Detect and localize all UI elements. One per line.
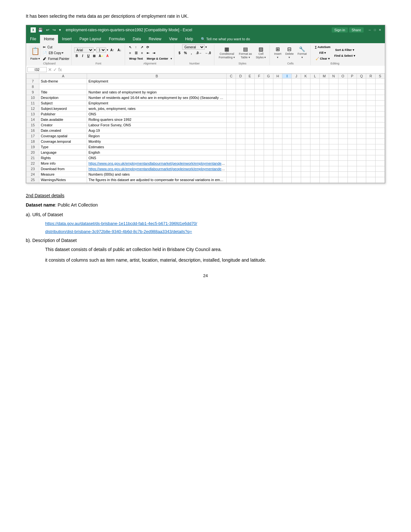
cell-24-A[interactable]: Measure	[39, 172, 87, 177]
cell-16-E[interactable]	[245, 128, 255, 133]
cell-23-P[interactable]	[347, 166, 357, 172]
minimize-button[interactable]: ─	[367, 28, 372, 32]
cell-22-E[interactable]	[245, 161, 255, 166]
cell-18-F[interactable]	[254, 139, 264, 144]
cell-8-E[interactable]	[245, 84, 255, 90]
cell-20-O[interactable]	[338, 150, 347, 155]
italic-button[interactable]: I	[80, 53, 85, 58]
cell-11-H[interactable]	[273, 101, 282, 106]
cell-16-G[interactable]	[264, 128, 273, 133]
cell-12-O[interactable]	[338, 106, 347, 111]
increase-decimal-button[interactable]: .0→	[195, 50, 203, 55]
cell-26-K[interactable]	[301, 183, 310, 183]
cell-12-I[interactable]	[282, 106, 292, 111]
cell-20-R[interactable]	[366, 150, 376, 155]
col-header-r[interactable]: R	[366, 74, 376, 79]
cell-15-E[interactable]	[245, 122, 255, 128]
cell-22-H[interactable]	[273, 161, 282, 166]
cell-19-E[interactable]	[245, 144, 255, 150]
row-header[interactable]: 13	[26, 111, 39, 117]
angle-text-button[interactable]: ⟳	[145, 44, 150, 50]
cell-26-R[interactable]	[366, 183, 376, 183]
cell-25-S[interactable]	[376, 177, 385, 183]
tab-view[interactable]: View	[165, 35, 181, 43]
cell-10-C[interactable]	[227, 95, 236, 101]
cell-9-F[interactable]	[254, 90, 264, 95]
name-box[interactable]	[27, 67, 47, 72]
bold-button[interactable]: B	[74, 53, 79, 58]
cell-17-I[interactable]	[282, 133, 292, 139]
row-header[interactable]: 16	[26, 128, 39, 133]
cell-13-M[interactable]	[319, 111, 329, 117]
cell-25-H[interactable]	[273, 177, 282, 183]
cell-15-A[interactable]: Creator	[39, 122, 87, 128]
cell-24-D[interactable]	[236, 172, 245, 177]
cell-12-C[interactable]	[227, 106, 236, 111]
cell-22-J[interactable]	[292, 161, 301, 166]
cell-17-S[interactable]	[376, 133, 385, 139]
cell-9-K[interactable]	[301, 90, 310, 95]
cell-10-P[interactable]	[347, 95, 357, 101]
merge-center-button[interactable]: Merge & Center	[145, 56, 170, 61]
tab-home[interactable]: Home	[40, 35, 58, 43]
cell-10-F[interactable]	[254, 95, 264, 101]
cell-17-M[interactable]	[319, 133, 329, 139]
cell-14-Q[interactable]	[357, 117, 366, 122]
spreadsheet-container[interactable]: A B C D E F G H I J K L M N O	[26, 73, 385, 183]
cell-25-K[interactable]	[301, 177, 310, 183]
cell-26-D[interactable]	[236, 183, 245, 183]
align-right-button[interactable]: ≡	[140, 50, 145, 55]
cell-11-K[interactable]	[301, 101, 310, 106]
cell-24-C[interactable]	[227, 172, 236, 177]
cell-23-I[interactable]	[282, 166, 292, 172]
col-header-h[interactable]: H	[273, 74, 282, 79]
insert-dropdown[interactable]: ▾	[277, 56, 279, 59]
cell-17-L[interactable]	[310, 133, 320, 139]
cell-11-D[interactable]	[236, 101, 245, 106]
cell-23-L[interactable]	[310, 166, 320, 172]
cell-15-I[interactable]	[282, 122, 292, 128]
share-button[interactable]: Share	[349, 27, 364, 33]
url-line-2[interactable]: distribution/dist-brisbane-3c972b8e-9340…	[45, 228, 385, 235]
cell-20-A[interactable]: Language	[39, 150, 87, 155]
cell-26-H[interactable]	[273, 183, 282, 183]
cell-13-D[interactable]	[236, 111, 245, 117]
cell-9-I[interactable]	[282, 90, 292, 95]
cell-11-A[interactable]: Subject	[39, 101, 87, 106]
cell-18-P[interactable]	[347, 139, 357, 144]
cell-18-Q[interactable]	[357, 139, 366, 144]
cell-18-L[interactable]	[310, 139, 320, 144]
cell-8-N[interactable]	[329, 84, 338, 90]
tab-tell-me[interactable]: 🔍 Tell me what you want to do	[197, 35, 254, 43]
cell-14-N[interactable]	[329, 117, 338, 122]
cell-24-H[interactable]	[273, 172, 282, 177]
cell-12-S[interactable]	[376, 106, 385, 111]
cell-18-B[interactable]: Monthly	[87, 139, 227, 144]
cell-15-M[interactable]	[319, 122, 329, 128]
cell-12-A[interactable]: Subject.keyword	[39, 106, 87, 111]
cell-11-Q[interactable]	[357, 101, 366, 106]
cell-8-J[interactable]	[292, 84, 301, 90]
cell-21-K[interactable]	[301, 155, 310, 161]
cell-25-D[interactable]	[236, 177, 245, 183]
tab-page-layout[interactable]: Page Layout	[75, 35, 105, 43]
cell-12-J[interactable]	[292, 106, 301, 111]
cell-13-G[interactable]	[264, 111, 273, 117]
cell-14-A[interactable]: Date.available	[39, 117, 87, 122]
cell-9-N[interactable]	[329, 90, 338, 95]
cell-12-D[interactable]	[236, 106, 245, 111]
row-header[interactable]: 9	[26, 90, 39, 95]
cell-11-N[interactable]	[329, 101, 338, 106]
cell-9-Q[interactable]	[357, 90, 366, 95]
customize-qa-button[interactable]: ▾	[58, 27, 62, 33]
cell-9-C[interactable]	[227, 90, 236, 95]
cell-9-H[interactable]	[273, 90, 282, 95]
tab-review[interactable]: Review	[145, 35, 165, 43]
cell-21-N[interactable]	[329, 155, 338, 161]
cell-11-M[interactable]	[319, 101, 329, 106]
row-header[interactable]: 18	[26, 139, 39, 144]
cell-25-L[interactable]	[310, 177, 320, 183]
cell-17-K[interactable]	[301, 133, 310, 139]
row-header[interactable]: 11	[26, 101, 39, 106]
cell-15-J[interactable]	[292, 122, 301, 128]
